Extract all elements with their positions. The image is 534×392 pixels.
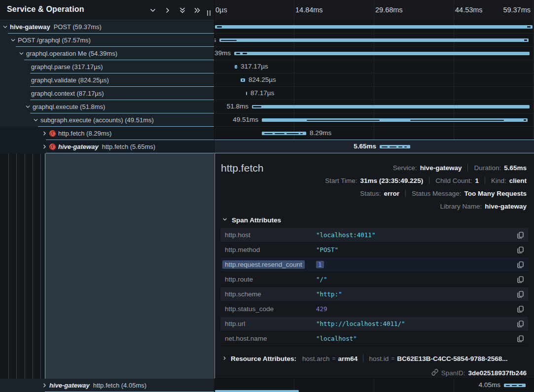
chevron-down-icon[interactable] [25, 104, 31, 110]
meta-label: Status Message: [412, 190, 462, 197]
service-name: hive-gateway [10, 23, 50, 31]
span-row[interactable]: hive-gatewayPOST (59.37ms) [0, 20, 214, 34]
attribute-row[interactable]: http.host"localhost:4011" [220, 228, 528, 243]
chevron-right-icon[interactable] [41, 143, 48, 150]
indent-guide [33, 113, 33, 392]
span-bar[interactable] [219, 38, 529, 42]
attribute-row[interactable]: http.url"http://localhost:4011/" [220, 317, 528, 331]
chevron-right-icon[interactable] [41, 382, 48, 389]
attribute-value: "localhost" [316, 335, 357, 342]
chevron-down-icon[interactable] [33, 117, 39, 123]
copy-icon[interactable] [517, 276, 524, 283]
meta-value: hive-gateway [420, 164, 462, 172]
chevron-right-icon[interactable] [222, 355, 227, 362]
span-bar[interactable] [504, 384, 526, 387]
span-row[interactable]: graphql.operation Me (54.39ms) [0, 47, 214, 60]
span-label: graphql.operation Me (54.39ms) [26, 50, 117, 57]
chevron-down-icon[interactable] [10, 37, 16, 43]
bar-segment [519, 385, 522, 386]
link-icon [431, 369, 438, 377]
span-attributes-header[interactable]: Span Attributes [222, 216, 281, 224]
meta-label: Start Time: [325, 177, 357, 184]
attribute-row[interactable]: http.request.resend_count1 [220, 257, 528, 272]
selected-subtree-area [45, 153, 214, 379]
resource-attributes-row[interactable]: Resource Attributes:host.arch=arm64host.… [222, 355, 508, 362]
bar-segment [236, 67, 237, 68]
meta-label: Library Name: [440, 203, 482, 210]
bar-segment [404, 146, 407, 147]
copy-icon[interactable] [517, 335, 524, 342]
span-row[interactable]: graphql.execute (51.8ms) [0, 100, 214, 113]
span-bar[interactable] [252, 105, 530, 108]
attribute-row[interactable]: net.host.name"localhost" [220, 331, 528, 346]
panel-title: Service & Operation [7, 5, 84, 14]
attribute-value: "http://localhost:4011/" [316, 320, 405, 327]
copy-icon[interactable] [517, 261, 524, 268]
span-bar[interactable] [380, 145, 410, 148]
resource-key: host.arch [302, 355, 330, 362]
span-bar[interactable] [215, 25, 533, 29]
ruler-tick-label: 14.84ms [295, 6, 323, 14]
attribute-key: net.host.name [225, 335, 316, 342]
attribute-value: "localhost:4011" [316, 231, 375, 239]
row-border [46, 153, 214, 153]
attribute-key: http.host [225, 231, 316, 239]
span-bar[interactable] [234, 52, 530, 55]
duration-label: 317.17µs [241, 63, 268, 71]
chevron-down-icon[interactable] [222, 216, 228, 224]
copy-icon[interactable] [517, 247, 524, 253]
row-separator [214, 113, 534, 113]
span-bar[interactable] [262, 118, 528, 122]
section-title: Span Attributes [232, 216, 281, 224]
copy-icon[interactable] [517, 232, 524, 239]
partial-span-bar[interactable] [215, 390, 299, 392]
span-bar[interactable] [246, 92, 247, 95]
span-row[interactable]: graphql.context (87.17µs) [0, 87, 214, 100]
selection-border [214, 153, 534, 153]
splitter-handle-icon[interactable] [207, 10, 211, 16]
expand-all-chevron-icon[interactable] [193, 6, 201, 14]
meta-label: Kind: [491, 177, 506, 184]
span-bar[interactable] [235, 65, 237, 69]
attribute-key: http.method [225, 246, 316, 253]
copy-icon[interactable] [517, 321, 524, 327]
span-row[interactable]: graphql.parse (317.17µs) [0, 60, 214, 73]
attribute-key: http.route [225, 276, 316, 283]
attribute-value: 1 [316, 261, 324, 268]
meta-value: 31ms (23:35:49.225) [360, 177, 424, 184]
chevron-down-icon[interactable] [2, 24, 8, 30]
bar-segment [300, 133, 303, 134]
chevron-down-icon[interactable] [18, 50, 25, 57]
span-row[interactable]: graphql.validate (824.25µs) [0, 73, 214, 87]
span-row[interactable]: subgraph.execute (accounts) (49.51ms) [0, 113, 214, 127]
resource-value: arm64 [338, 355, 358, 362]
collapse-all-chevron-icon[interactable] [178, 6, 186, 14]
chevron-right-icon[interactable] [41, 130, 48, 137]
expand-one-chevron-icon[interactable] [164, 6, 172, 14]
attribute-row[interactable]: http.status_code429 [220, 302, 528, 317]
collapse-one-chevron-icon[interactable] [149, 6, 157, 14]
span-id: SpanID:3de02518937fb246 [431, 369, 527, 377]
row-separator [214, 33, 534, 34]
attribute-key: http.scheme [225, 290, 316, 298]
attribute-row[interactable]: http.route"/" [220, 272, 528, 287]
bar-segment [527, 26, 531, 28]
bar-segment [382, 146, 388, 147]
copy-icon[interactable] [517, 291, 524, 298]
span-bar[interactable] [241, 78, 245, 82]
duration-label: 49.51ms [233, 116, 258, 124]
copy-icon[interactable] [517, 306, 524, 313]
row-separator [214, 73, 534, 73]
span-row[interactable]: hive-gatewayhttp.fetch (4.05ms) [0, 379, 214, 392]
span-label: POST /graphql (57.57ms) [18, 36, 91, 44]
bar-segment [275, 133, 285, 134]
span-bar[interactable] [262, 132, 306, 135]
span-row[interactable]: hive-gatewayhttp.fetch (5.65ms) [0, 140, 214, 153]
span-row[interactable]: http.fetch (8.29ms) [0, 127, 214, 140]
meta-label: Duration: [474, 164, 501, 172]
resource-value: BC62E13B-C4CC-5854-9788-2568... [397, 355, 507, 362]
attribute-value: 429 [316, 305, 327, 313]
attribute-row[interactable]: http.scheme"http:" [220, 287, 528, 302]
attribute-row[interactable]: http.method"POST" [220, 243, 528, 257]
span-row[interactable]: POST /graphql (57.57ms) [0, 34, 214, 47]
